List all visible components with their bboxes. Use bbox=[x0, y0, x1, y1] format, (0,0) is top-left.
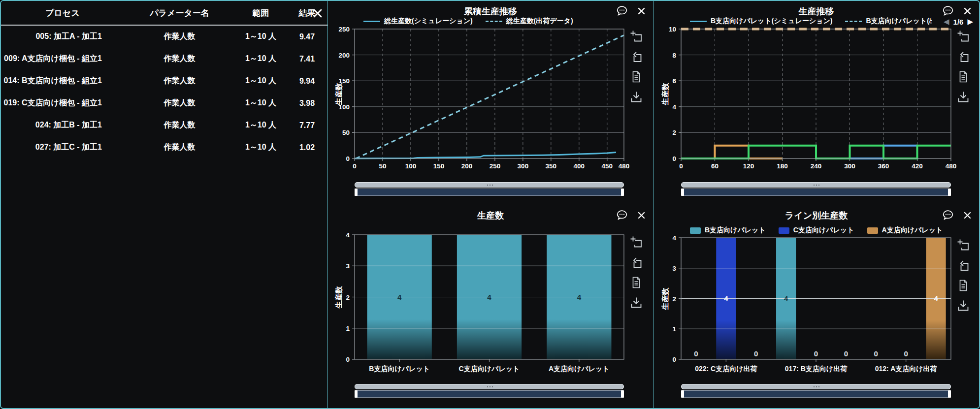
svg-text:0: 0 bbox=[346, 356, 350, 363]
chart-plot-area[interactable]: 0501001502002503003504004504800501001502… bbox=[328, 1, 653, 205]
slider-handle-right[interactable] bbox=[621, 189, 624, 196]
data-report-button[interactable] bbox=[957, 70, 970, 83]
simulation-dashboard: プロセス パラメーター名 範囲 結果 005: 加工A - 加工1 作業人数 1… bbox=[0, 0, 980, 409]
chart-range-scrollbar[interactable] bbox=[355, 384, 624, 398]
svg-text:6: 6 bbox=[672, 77, 676, 85]
reset-zoom-button[interactable] bbox=[957, 259, 970, 272]
chart-plot-area[interactable]: 01234022: C支店向け出荷017: B支店向け出荷012: A支店向け出… bbox=[653, 205, 979, 408]
table-row[interactable]: 014: B支店向け梱包 - 組立1 作業人数 1～10 人 9.94 bbox=[1, 70, 327, 92]
process-cell: 005: 加工A - 加工1 bbox=[1, 31, 124, 42]
range-cell: 1～10 人 bbox=[235, 120, 287, 130]
svg-text:0: 0 bbox=[679, 162, 683, 170]
chart-range-scrollbar[interactable] bbox=[355, 182, 624, 196]
svg-text:100: 100 bbox=[405, 162, 417, 170]
slider-grip-icon bbox=[490, 185, 490, 186]
svg-text:0: 0 bbox=[844, 349, 848, 358]
svg-text:4: 4 bbox=[346, 231, 350, 239]
range-slider-bar[interactable] bbox=[681, 182, 951, 188]
download-button[interactable] bbox=[957, 91, 970, 103]
slider-handle-left[interactable] bbox=[355, 390, 358, 398]
result-cell: 3.98 bbox=[287, 99, 327, 108]
slider-handle-left[interactable] bbox=[681, 390, 684, 398]
result-cell: 1.02 bbox=[287, 143, 327, 152]
parameter-cell: 作業人数 bbox=[124, 142, 235, 153]
data-report-button[interactable] bbox=[957, 279, 970, 292]
column-header-parameter: パラメーター名 bbox=[124, 7, 235, 19]
svg-text:2: 2 bbox=[346, 294, 350, 301]
parameter-cell: 作業人数 bbox=[124, 120, 235, 130]
svg-text:300: 300 bbox=[518, 162, 529, 170]
range-cell: 1～10 人 bbox=[235, 31, 287, 42]
chart-range-scrollbar[interactable] bbox=[681, 182, 951, 196]
process-cell: 024: 加工B - 加工1 bbox=[1, 120, 124, 130]
process-cell: 009: A支店向け梱包 - 組立1 bbox=[1, 54, 124, 64]
chart-range-scrollbar[interactable] bbox=[681, 384, 951, 398]
zoom-selection-button[interactable] bbox=[630, 236, 643, 249]
svg-text:0: 0 bbox=[353, 162, 357, 170]
slider-handle-right[interactable] bbox=[621, 390, 624, 398]
parameter-cell: 作業人数 bbox=[124, 98, 235, 108]
column-header-process: プロセス bbox=[1, 7, 124, 19]
range-slider-bar[interactable] bbox=[681, 384, 951, 389]
data-report-button[interactable] bbox=[630, 70, 643, 83]
svg-text:2: 2 bbox=[672, 295, 676, 303]
result-cell: 9.94 bbox=[287, 77, 327, 86]
svg-text:A支店向けパレット: A支店向けパレット bbox=[549, 365, 610, 373]
svg-text:0: 0 bbox=[874, 349, 878, 358]
close-icon[interactable] bbox=[312, 7, 324, 19]
svg-text:0: 0 bbox=[672, 155, 676, 162]
reset-zoom-button[interactable] bbox=[630, 256, 643, 269]
process-result-table-panel: プロセス パラメーター名 範囲 結果 005: 加工A - 加工1 作業人数 1… bbox=[1, 1, 328, 408]
svg-text:200: 200 bbox=[338, 52, 350, 59]
table-header-row: プロセス パラメーター名 範囲 結果 bbox=[1, 1, 327, 26]
svg-text:4: 4 bbox=[577, 293, 582, 301]
download-button[interactable] bbox=[957, 299, 970, 312]
svg-text:0: 0 bbox=[672, 356, 676, 363]
table-row[interactable]: 009: A支店向け梱包 - 組立1 作業人数 1～10 人 7.41 bbox=[1, 48, 327, 70]
chart-plot-area[interactable]: 0601201802403003604204800246810 bbox=[653, 1, 979, 205]
svg-text:150: 150 bbox=[338, 77, 350, 85]
process-cell: 027: 加工C - 加工1 bbox=[1, 142, 124, 153]
range-slider-bar[interactable] bbox=[355, 384, 624, 389]
chart-toolbar bbox=[957, 30, 970, 103]
slider-handle-left[interactable] bbox=[681, 189, 684, 196]
svg-text:50: 50 bbox=[379, 162, 386, 170]
table-row[interactable]: 005: 加工A - 加工1 作業人数 1～10 人 9.47 bbox=[1, 26, 327, 48]
range-cell: 1～10 人 bbox=[235, 98, 287, 108]
svg-text:0: 0 bbox=[694, 349, 698, 358]
table-row[interactable]: 027: 加工C - 加工1 作業人数 1～10 人 1.02 bbox=[1, 136, 327, 158]
slider-handle-left[interactable] bbox=[355, 189, 358, 196]
table-row[interactable]: 019: C支店向け梱包 - 組立1 作業人数 1～10 人 3.98 bbox=[1, 92, 327, 114]
svg-text:4: 4 bbox=[397, 293, 402, 301]
range-slider-track[interactable] bbox=[681, 390, 951, 398]
reset-zoom-button[interactable] bbox=[630, 50, 643, 63]
svg-text:480: 480 bbox=[946, 162, 957, 170]
slider-handle-right[interactable] bbox=[948, 189, 951, 196]
range-slider-track[interactable] bbox=[355, 189, 624, 196]
download-button[interactable] bbox=[630, 91, 643, 103]
range-slider-track[interactable] bbox=[355, 390, 624, 398]
zoom-selection-button[interactable] bbox=[957, 239, 970, 252]
data-report-button[interactable] bbox=[630, 276, 643, 289]
zoom-selection-button[interactable] bbox=[630, 30, 643, 43]
svg-text:4: 4 bbox=[784, 294, 788, 303]
svg-text:150: 150 bbox=[433, 162, 445, 170]
chart-panel-cumulative-production: 累積生産推移 総生産数(シミュレーション)総生産数(出荷データ) 生産数 050… bbox=[328, 1, 653, 205]
table-row[interactable]: 024: 加工B - 加工1 作業人数 1～10 人 7.77 bbox=[1, 114, 327, 136]
charts-grid: 累積生産推移 総生産数(シミュレーション)総生産数(出荷データ) 生産数 050… bbox=[328, 1, 979, 408]
download-button[interactable] bbox=[630, 296, 643, 309]
reset-zoom-button[interactable] bbox=[957, 50, 970, 63]
svg-text:180: 180 bbox=[777, 162, 788, 170]
svg-text:50: 50 bbox=[342, 129, 350, 136]
svg-text:420: 420 bbox=[912, 162, 923, 170]
chart-toolbar bbox=[957, 239, 970, 312]
chart-plot-area[interactable]: 01234B支店向けパレットC支店向けパレットA支店向けパレット444 bbox=[328, 205, 653, 408]
range-slider-bar[interactable] bbox=[355, 182, 624, 188]
slider-handle-right[interactable] bbox=[948, 390, 951, 398]
svg-text:017: B支店向け出荷: 017: B支店向け出荷 bbox=[785, 365, 848, 373]
range-slider-track[interactable] bbox=[681, 189, 951, 196]
slider-grip-icon bbox=[816, 386, 817, 387]
svg-text:0: 0 bbox=[904, 349, 908, 358]
svg-text:480: 480 bbox=[619, 162, 630, 170]
zoom-selection-button[interactable] bbox=[957, 30, 970, 43]
